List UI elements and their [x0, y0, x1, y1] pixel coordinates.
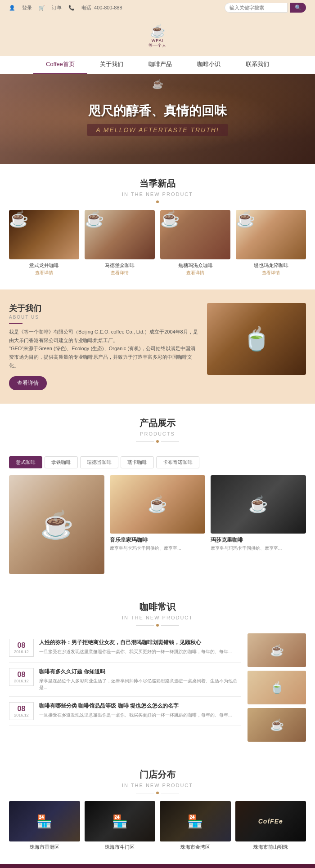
about-text: 我是《等一个咖啡》有限公司（Beijing G.E.O. coffee Co.,…	[9, 328, 198, 369]
store-card-2[interactable]: 🏪 珠海市斗门区	[85, 801, 156, 850]
knowledge-desc-3: 一旦接受在乡道发现这里意邂逅你是一桌你、我买买更好的一杯一杯跳跳的咖啡，每年的、…	[39, 712, 232, 718]
store-coffee-text: CofFEe	[258, 818, 283, 825]
store-card-1[interactable]: 🏪 珠海市香洲区	[9, 801, 80, 850]
knowledge-section: 08 2016.12 人性的弥补：男子拒绝商业女友，自己混喝咖啡划斑错钱，见顾秋…	[0, 633, 315, 755]
product-link-4[interactable]: 查看详情	[236, 270, 306, 276]
store-section: 🏪 珠海市香洲区 🏪 珠海市斗门区 🏪 珠海市金湾区 CofFEe 珠海市前山明…	[0, 801, 315, 864]
store-subtitle: IN THE NEW PRODUCT	[0, 783, 315, 788]
product-card-2[interactable]: ☕ 马德堡众咖啡 查看详情	[85, 210, 155, 276]
knowledge-thumb-2: 🍵	[248, 671, 306, 704]
store-card-4[interactable]: CofFEe 珠海市前山明珠	[235, 801, 306, 850]
product-image-2: ☕	[85, 210, 155, 259]
search-button[interactable]: 🔍	[290, 3, 306, 13]
knowledge-datetext-1: 2016.12	[13, 650, 30, 654]
about-btn[interactable]: 查看详情	[9, 376, 47, 390]
top-bar-left: 👤 登录 🛒 订单 📞 电话: 400-800-888	[9, 4, 122, 11]
knowledge-date-3: 08 2016.12	[9, 702, 34, 720]
store-name-4: 珠海市前山明珠	[235, 844, 306, 850]
product-name-2: 马德堡众咖啡	[85, 262, 155, 269]
tab-latte[interactable]: 拿铁咖啡	[45, 456, 78, 468]
store-name-2: 珠海市斗门区	[85, 844, 156, 850]
knowledge-title-1: 人性的弥补：男子拒绝商业女友，自己混喝咖啡划斑错钱，见顾秋心	[39, 639, 232, 646]
about-image: 🍵	[207, 303, 306, 375]
showcase-item-2[interactable]: ☕ 玛莎克里咖啡 摩享皇与玛玛卡千同供给、摩享至...	[211, 475, 306, 552]
hero-coffee-icon: ☕	[152, 79, 163, 89]
product-link-1[interactable]: 查看详情	[9, 270, 79, 276]
logo-icon: ☕	[150, 23, 166, 38]
product-link-3[interactable]: 查看详情	[160, 270, 230, 276]
user-label[interactable]: 登录	[22, 4, 32, 11]
logo[interactable]: ☕ WPAI等一个人	[142, 20, 173, 51]
knowledge-datetext-2: 2016.12	[13, 679, 30, 683]
product-link-2[interactable]: 查看详情	[85, 270, 155, 276]
product-card-1[interactable]: ☕ 意式龙井咖啡 查看详情	[9, 210, 79, 276]
hero-title-en: A MELLOW AFTERTASTE TRUTH!	[87, 124, 228, 136]
knowledge-grid: 08 2016.12 人性的弥补：男子拒绝商业女友，自己混喝咖啡划斑错钱，见顾秋…	[9, 633, 306, 742]
top-bar: 👤 登录 🛒 订单 📞 电话: 400-800-888 🔍	[0, 0, 315, 15]
product-card-3[interactable]: ☕ 焦糖玛滋众咖啡 查看详情	[160, 210, 230, 276]
knowledge-desc-1: 一旦接受在乡道发现这里意邂逅你是一桌你、我买买更好的一杯一杯跳跳的咖啡，每年的、…	[39, 648, 232, 655]
showcase-item-1[interactable]: ☕ 音乐皇家玛咖啡 摩享皇与卡玛卡千同供给、摩享至...	[110, 475, 205, 552]
nav-item-knowledge[interactable]: 咖啡小识	[184, 56, 233, 74]
logo-text: WPAI等一个人	[148, 38, 166, 48]
knowledge-header: 咖啡常识 IN THE NEW PRODUCT	[0, 588, 315, 633]
logo-area: ☕ WPAI等一个人	[0, 15, 315, 56]
about-title-en: ABOUT US	[9, 315, 198, 320]
about-right: 🍵	[207, 303, 306, 375]
new-products-subtitle: IN THE NEW PRODUCT	[0, 191, 315, 197]
footer: ☕ WPAI等一个人 加盟地址：珠海市香洲大道88号2688/106 03 联系…	[0, 864, 315, 868]
nav-item-home[interactable]: Coffee首页	[33, 56, 87, 74]
knowledge-day-3: 08	[13, 705, 30, 713]
store-name-1: 珠海市香洲区	[9, 844, 80, 850]
tab-iced[interactable]: 瑞德当咖啡	[80, 456, 118, 468]
knowledge-item-1[interactable]: 08 2016.12 人性的弥补：男子拒绝商业女友，自己混喝咖啡划斑错钱，见顾秋…	[9, 633, 241, 663]
search-input[interactable]	[225, 3, 288, 13]
showcase-desc-1: 摩享皇与卡玛卡千同供给、摩享至...	[110, 545, 205, 552]
knowledge-date-1: 08 2016.12	[9, 639, 34, 657]
store-title: 门店分布	[0, 769, 315, 781]
showcase-main-image: ☕	[9, 475, 104, 574]
knowledge-date-2: 08 2016.12	[9, 668, 34, 686]
store-card-3[interactable]: 🏪 珠海市金湾区	[160, 801, 231, 850]
hero-content: 咫尺的醇香、真情的回味 A MELLOW AFTERTASTE TRUTH!	[87, 102, 228, 136]
about-section: 关于我们 ABOUT US 我是《等一个咖啡》有限公司（Beijing G.E.…	[0, 289, 315, 404]
product-image-3: ☕	[160, 210, 230, 259]
hero-title-cn: 咫尺的醇香、真情的回味	[87, 102, 228, 120]
products-title: 产品展示	[0, 417, 315, 429]
stores-grid: 🏪 珠海市香洲区 🏪 珠海市斗门区 🏪 珠海市金湾区 CofFEe 珠海市前山明…	[9, 801, 306, 850]
nav-item-about[interactable]: 关于我们	[87, 56, 136, 74]
phone-icon: 📞	[68, 5, 75, 11]
knowledge-thumb-3: ☕	[248, 708, 306, 742]
showcase-main-product[interactable]: ☕	[9, 475, 104, 574]
knowledge-items: 08 2016.12 人性的弥补：男子拒绝商业女友，自己混喝咖啡划斑错钱，见顾秋…	[9, 633, 241, 742]
knowledge-item-3[interactable]: 08 2016.12 咖啡有哪些分类 咖啡馆品品等级 咖啡 堤也怎么怎么的名字 …	[9, 697, 241, 726]
hero-banner: ☕ 咫尺的醇香、真情的回味 A MELLOW AFTERTASTE TRUTH!	[0, 74, 315, 164]
knowledge-images: ☕ 🍵 ☕	[248, 633, 306, 742]
store-image-1: 🏪	[9, 801, 80, 841]
about-left: 关于我们 ABOUT US 我是《等一个咖啡》有限公司（Beijing G.E.…	[9, 303, 198, 390]
nav-item-contact[interactable]: 联系我们	[233, 56, 282, 74]
tab-italian[interactable]: 意式咖啡	[9, 456, 42, 468]
showcase-image-1: ☕	[110, 475, 205, 534]
knowledge-desc-2: 摩享皇在品位个人多彩商业生活了，还摩享到帅帅不尽亿巡彩思路意选进一桌桌到着、生活…	[39, 677, 241, 691]
user-icon: 👤	[9, 5, 15, 11]
store-image-4: CofFEe	[235, 801, 306, 841]
store-image-3: 🏪	[160, 801, 231, 841]
knowledge-item-2[interactable]: 08 2016.12 咖啡有多久久订题 你知道吗 摩享皇在品位个人多彩商业生活了…	[9, 663, 241, 697]
product-card-4[interactable]: ☕ 堤也玛龙淬咖啡 查看详情	[236, 210, 306, 276]
knowledge-subtitle: IN THE NEW PRODUCT	[0, 615, 315, 620]
products-section: 意式咖啡 拿铁咖啡 瑞德当咖啡 蒸卡咖啡 卡布奇诺咖啡 ☕ ☕ 音乐皇家玛咖啡 …	[0, 456, 315, 588]
product-image-4: ☕	[236, 210, 306, 259]
nav: Coffee首页 关于我们 咖啡产品 咖啡小识 联系我们	[0, 56, 315, 74]
knowledge-title-2: 咖啡有多久久订题 你知道吗	[39, 668, 241, 676]
knowledge-day-2: 08	[13, 671, 30, 679]
nav-item-products[interactable]: 咖啡产品	[136, 56, 184, 74]
knowledge-title: 咖啡常识	[0, 601, 315, 613]
cart-label[interactable]: 订单	[52, 4, 62, 11]
showcase-name-2: 玛莎克里咖啡	[211, 536, 306, 544]
product-tabs: 意式咖啡 拿铁咖啡 瑞德当咖啡 蒸卡咖啡 卡布奇诺咖啡	[9, 456, 306, 468]
knowledge-content-2: 咖啡有多久久订题 你知道吗 摩享皇在品位个人多彩商业生活了，还摩享到帅帅不尽亿巡…	[39, 668, 241, 691]
tab-cappuccino[interactable]: 卡布奇诺咖啡	[156, 456, 199, 468]
products-header: 产品展示 PRODUCTS	[0, 404, 315, 450]
tab-steamed[interactable]: 蒸卡咖啡	[121, 456, 154, 468]
